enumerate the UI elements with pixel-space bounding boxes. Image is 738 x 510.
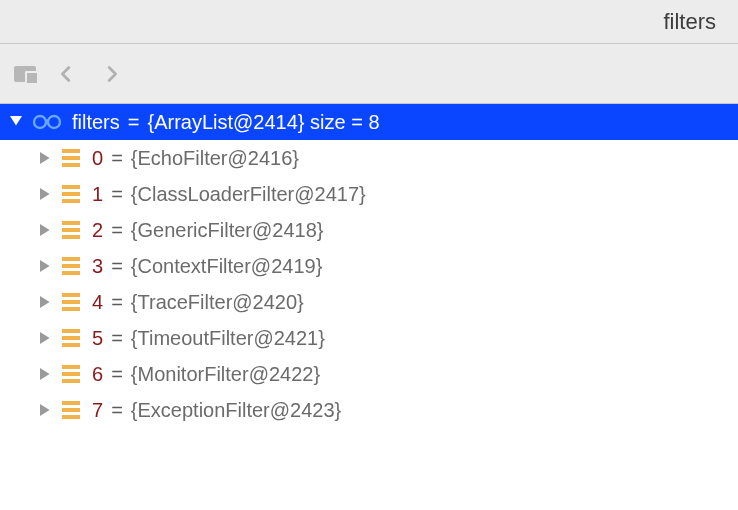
array-element-icon <box>62 329 80 347</box>
array-element-icon <box>62 293 80 311</box>
element-index: 1 <box>92 183 103 206</box>
watch-icon <box>32 114 62 130</box>
element-index: 3 <box>92 255 103 278</box>
element-index: 7 <box>92 399 103 422</box>
tree-row[interactable]: 1 = {ClassLoaderFilter@2417} <box>0 176 738 212</box>
disclosure-collapsed-icon[interactable] <box>38 152 54 164</box>
equals-sign: = <box>111 363 123 386</box>
tree-row[interactable]: 7 = {ExceptionFilter@2423} <box>0 392 738 428</box>
element-value: {ContextFilter@2419} <box>131 255 323 278</box>
equals-sign: = <box>111 291 123 314</box>
disclosure-collapsed-icon[interactable] <box>38 260 54 272</box>
toolbar <box>0 44 738 104</box>
array-element-icon <box>62 149 80 167</box>
element-index: 4 <box>92 291 103 314</box>
svg-marker-3 <box>40 152 50 164</box>
svg-marker-9 <box>40 368 50 380</box>
element-value: {ExceptionFilter@2423} <box>131 399 341 422</box>
forward-button[interactable] <box>98 61 124 87</box>
variable-name: filters <box>72 111 120 134</box>
equals-sign: = <box>111 147 123 170</box>
disclosure-collapsed-icon[interactable] <box>38 404 54 416</box>
array-element-icon <box>62 257 80 275</box>
title-bar: filters <box>0 0 738 44</box>
element-value: {TimeoutFilter@2421} <box>131 327 325 350</box>
svg-marker-4 <box>40 188 50 200</box>
window-title: filters <box>663 9 716 35</box>
new-watch-icon[interactable] <box>14 66 36 82</box>
element-value: {EchoFilter@2416} <box>131 147 299 170</box>
tree-root-row[interactable]: filters = {ArrayList@2414} size = 8 <box>0 104 738 140</box>
tree-row[interactable]: 3 = {ContextFilter@2419} <box>0 248 738 284</box>
svg-marker-7 <box>40 296 50 308</box>
tree-row[interactable]: 4 = {TraceFilter@2420} <box>0 284 738 320</box>
svg-marker-6 <box>40 260 50 272</box>
svg-marker-8 <box>40 332 50 344</box>
disclosure-collapsed-icon[interactable] <box>38 296 54 308</box>
svg-point-2 <box>48 116 60 128</box>
variables-tree: filters = {ArrayList@2414} size = 8 0 = … <box>0 104 738 428</box>
svg-marker-5 <box>40 224 50 236</box>
arrow-left-icon <box>56 63 78 85</box>
element-value: {MonitorFilter@2422} <box>131 363 320 386</box>
disclosure-collapsed-icon[interactable] <box>38 224 54 236</box>
disclosure-expanded-icon[interactable] <box>8 116 24 128</box>
equals-sign: = <box>128 111 140 134</box>
element-index: 0 <box>92 147 103 170</box>
back-button[interactable] <box>54 61 80 87</box>
arrow-right-icon <box>100 63 122 85</box>
svg-marker-10 <box>40 404 50 416</box>
variable-value: {ArrayList@2414} size = 8 <box>147 111 379 134</box>
array-element-icon <box>62 365 80 383</box>
equals-sign: = <box>111 183 123 206</box>
svg-point-1 <box>34 116 46 128</box>
array-element-icon <box>62 221 80 239</box>
tree-row[interactable]: 2 = {GenericFilter@2418} <box>0 212 738 248</box>
element-index: 6 <box>92 363 103 386</box>
tree-row[interactable]: 0 = {EchoFilter@2416} <box>0 140 738 176</box>
tree-row[interactable]: 6 = {MonitorFilter@2422} <box>0 356 738 392</box>
array-element-icon <box>62 401 80 419</box>
array-element-icon <box>62 185 80 203</box>
disclosure-collapsed-icon[interactable] <box>38 368 54 380</box>
element-value: {ClassLoaderFilter@2417} <box>131 183 366 206</box>
equals-sign: = <box>111 327 123 350</box>
element-value: {GenericFilter@2418} <box>131 219 324 242</box>
equals-sign: = <box>111 255 123 278</box>
element-index: 5 <box>92 327 103 350</box>
disclosure-collapsed-icon[interactable] <box>38 188 54 200</box>
disclosure-collapsed-icon[interactable] <box>38 332 54 344</box>
equals-sign: = <box>111 219 123 242</box>
element-value: {TraceFilter@2420} <box>131 291 304 314</box>
tree-row[interactable]: 5 = {TimeoutFilter@2421} <box>0 320 738 356</box>
element-index: 2 <box>92 219 103 242</box>
equals-sign: = <box>111 399 123 422</box>
svg-marker-0 <box>10 116 22 126</box>
